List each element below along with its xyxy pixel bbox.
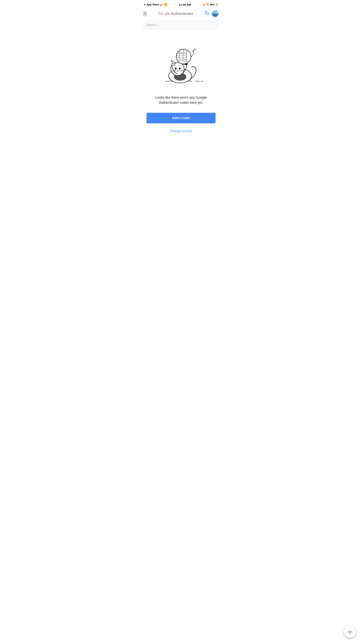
cloud-off-icon[interactable] bbox=[204, 11, 210, 16]
lock-icon: 🔒 bbox=[202, 3, 205, 6]
status-right: 🔒 ⏰ 49% 🔋 bbox=[202, 3, 218, 6]
nav-bar: ≡ G o o g l e Authenticator bbox=[140, 8, 222, 19]
signal-bar-2 bbox=[161, 4, 162, 6]
svg-point-14 bbox=[179, 68, 180, 70]
battery-percentage: 49% bbox=[210, 3, 214, 6]
google-letter-g: G bbox=[158, 12, 161, 16]
status-left: ◄ App Store 📶 bbox=[144, 3, 167, 6]
empty-message: Looks like there aren't any Google Authe… bbox=[153, 95, 209, 105]
google-letter-g2: g bbox=[165, 12, 167, 16]
signal-bars bbox=[160, 4, 163, 6]
add-code-button[interactable]: Add a code bbox=[146, 113, 216, 123]
google-letter-e: e bbox=[168, 12, 170, 16]
google-letter-o2: o bbox=[163, 12, 165, 16]
change-account-button[interactable]: Change account bbox=[170, 129, 192, 133]
nav-right bbox=[204, 10, 218, 17]
svg-point-3 bbox=[213, 14, 217, 16]
alarm-icon: ⏰ bbox=[206, 3, 209, 6]
google-letter-o1: o bbox=[161, 12, 163, 16]
menu-button[interactable]: ≡ bbox=[144, 11, 147, 16]
authenticator-label: Authenticator bbox=[170, 12, 193, 16]
signal-bar-3 bbox=[162, 4, 162, 6]
battery-icon: 🔋 bbox=[215, 3, 218, 6]
back-arrow-icon: ◄ bbox=[144, 3, 146, 6]
empty-state: Looks like there aren't any Google Authe… bbox=[140, 32, 222, 139]
status-bar: ◄ App Store 📶 11:34 AM 🔒 ⏰ 49% 🔋 bbox=[140, 0, 222, 8]
wifi-icon: 📶 bbox=[164, 3, 167, 6]
status-time: 11:34 AM bbox=[179, 3, 191, 6]
signal-bar-4 bbox=[163, 4, 163, 6]
carrier-label: App Store bbox=[146, 3, 159, 6]
search-input[interactable] bbox=[144, 20, 218, 30]
svg-point-13 bbox=[175, 68, 176, 70]
cat-illustration bbox=[154, 40, 208, 89]
search-container bbox=[140, 19, 222, 32]
signal-bar-1 bbox=[160, 5, 160, 6]
svg-point-22 bbox=[176, 49, 191, 64]
user-avatar[interactable] bbox=[212, 10, 218, 17]
app-title: G o o g l e Authenticator bbox=[158, 12, 193, 16]
svg-point-15 bbox=[177, 70, 178, 71]
svg-point-20 bbox=[172, 64, 174, 66]
